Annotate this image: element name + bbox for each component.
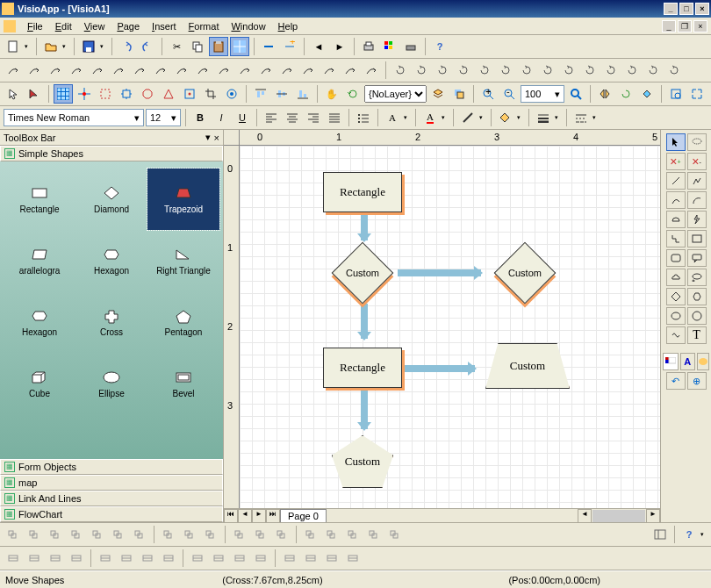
arrow-style-10[interactable] (214, 61, 233, 80)
rotate-style-1[interactable] (412, 61, 431, 80)
crop-button[interactable] (201, 84, 220, 104)
hline-button[interactable] (259, 37, 278, 56)
edit-points-button[interactable] (25, 84, 44, 104)
bt2-4[interactable] (96, 549, 115, 568)
bt1-5[interactable] (109, 525, 128, 544)
node-n5[interactable]: Custom (485, 343, 570, 389)
layers-button[interactable] (428, 84, 448, 104)
bt1-3[interactable] (67, 525, 86, 544)
bt1-4[interactable] (88, 525, 107, 544)
rp-arc[interactable] (687, 191, 707, 209)
bt1-11[interactable] (251, 525, 270, 544)
bt1-6[interactable] (130, 525, 149, 544)
font-size-combo[interactable]: 12▾ (146, 109, 181, 126)
mdi-minimize-button[interactable]: _ (662, 20, 676, 32)
shape-right-triangle[interactable]: Right Triangle (147, 230, 219, 291)
prev-button[interactable]: ◄ (309, 37, 328, 56)
rp-chat[interactable] (687, 249, 707, 267)
arrow-style-17[interactable] (362, 61, 381, 80)
bt2-1[interactable] (25, 549, 44, 568)
paste-button[interactable] (209, 37, 228, 56)
node-n1[interactable]: Rectangle (323, 172, 402, 212)
snap-button[interactable] (75, 84, 94, 104)
rotate-style-3[interactable] (454, 61, 473, 80)
bt2-0[interactable] (4, 549, 23, 568)
rotate-style-0[interactable] (391, 61, 410, 80)
arrow-style-4[interactable] (88, 61, 107, 80)
undo-button[interactable] (117, 37, 136, 56)
help-button[interactable]: ? (430, 37, 449, 56)
front-button[interactable] (449, 84, 469, 104)
arrow-style-2[interactable] (46, 61, 65, 80)
arrow-style-5[interactable] (109, 61, 128, 80)
help2-button[interactable]: ? (679, 525, 699, 544)
bt1-10[interactable] (230, 525, 249, 544)
font-color-button[interactable]: A (420, 108, 440, 127)
rotate-style-9[interactable] (580, 61, 600, 80)
zoom-in-button[interactable]: + (478, 84, 498, 104)
grid-button[interactable] (54, 84, 73, 104)
rp-text[interactable]: T (687, 326, 707, 344)
rotate-style-4[interactable] (475, 61, 494, 80)
scroll-horizontal[interactable]: ⏮◄►⏭ Page 0 ◄► (224, 508, 660, 522)
rp-fwd[interactable]: ⊕ (687, 372, 707, 390)
expand-button[interactable] (687, 84, 707, 104)
node-n3[interactable]: Custom (494, 242, 557, 305)
target-button[interactable] (222, 84, 241, 104)
print-button[interactable] (359, 37, 378, 56)
category-link-lines[interactable]: ▦Link And Lines (0, 491, 223, 506)
next-button[interactable]: ► (330, 37, 349, 56)
bt1-7[interactable] (159, 525, 178, 544)
rp-hex[interactable] (687, 288, 707, 305)
zoom-page-button[interactable] (666, 84, 686, 104)
rotate-style-2[interactable] (433, 61, 452, 80)
align-bottom-button[interactable] (293, 84, 312, 104)
shape-cube[interactable]: Cube (4, 353, 75, 414)
bt2-13[interactable] (301, 549, 320, 568)
rp-lightning[interactable] (687, 211, 707, 228)
rp-circle[interactable] (687, 307, 707, 325)
line-style-button[interactable] (458, 108, 478, 127)
rp-curve[interactable] (666, 191, 686, 209)
rp-ellipse[interactable] (666, 307, 686, 325)
bt2-14[interactable] (322, 549, 341, 568)
arrow-style-13[interactable] (277, 61, 297, 80)
bt1-0[interactable] (4, 525, 23, 544)
bt1-13[interactable] (301, 525, 320, 544)
maximize-button[interactable]: □ (679, 3, 693, 15)
menu-insert[interactable]: Insert (146, 19, 183, 33)
category-simple-shapes[interactable]: ▦Simple Shapes (0, 146, 223, 161)
bt2-7[interactable] (159, 549, 178, 568)
rp-elbow[interactable] (666, 230, 686, 247)
menu-page[interactable]: Page (111, 19, 146, 33)
bt1-15[interactable] (343, 525, 363, 544)
align-top-button[interactable] (251, 84, 270, 104)
rp-del-point[interactable]: ×- (687, 153, 707, 170)
rp-palette[interactable] (697, 353, 709, 370)
bt2-15[interactable] (343, 549, 363, 568)
bold-button[interactable]: B (190, 108, 210, 127)
align-left-button[interactable] (262, 108, 281, 127)
rp-diamond[interactable] (666, 288, 686, 305)
justify-button[interactable] (325, 108, 344, 127)
underline-button[interactable]: U (233, 108, 252, 127)
dimensions-button[interactable] (117, 84, 136, 104)
shape-fill-button[interactable] (637, 84, 657, 104)
arrow-style-1[interactable] (25, 61, 44, 80)
bt1-14[interactable] (322, 525, 341, 544)
page-tab[interactable]: Page 0 (280, 509, 327, 523)
toolbox-close-icon[interactable]: × (214, 133, 219, 143)
shape-diamond[interactable]: Diamond (75, 169, 147, 230)
fill-color-button[interactable] (496, 108, 515, 127)
octagon-button[interactable] (138, 84, 157, 104)
category-map[interactable]: ▦map (0, 475, 223, 491)
mdi-restore-button[interactable]: ❐ (678, 20, 692, 32)
arrow-style-3[interactable] (67, 61, 86, 80)
shape-trapezoid[interactable]: Trapezoid (147, 169, 219, 230)
shape-cross[interactable]: Cross (75, 291, 147, 353)
close-button[interactable]: × (695, 3, 709, 15)
rotate-style-12[interactable] (643, 61, 663, 80)
shape-arallelogra[interactable]: arallelogra (4, 230, 75, 291)
save-button[interactable] (79, 37, 98, 56)
rp-rect-icon[interactable] (687, 230, 707, 247)
